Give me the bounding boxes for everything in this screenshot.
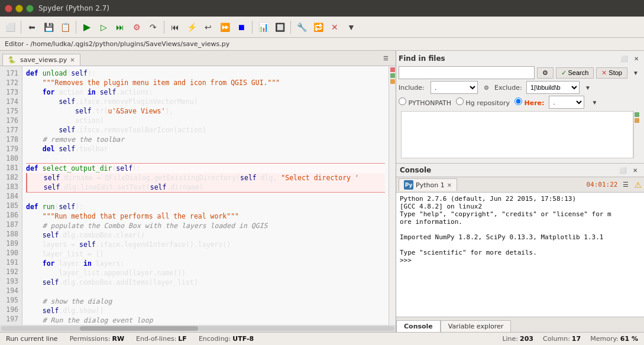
permissions-value: RW: [112, 335, 124, 343]
line-label: Line:: [502, 335, 518, 343]
radio-here[interactable]: [514, 97, 522, 105]
run-btn[interactable]: ▶: [79, 19, 95, 35]
new-file-btn[interactable]: ⬜: [2, 19, 18, 35]
close-button[interactable]: [5, 5, 12, 12]
line-num-197: 197: [4, 314, 18, 324]
find-panel-icons: ⬜ ✕: [619, 53, 642, 64]
code-line-195: # show the dialog: [26, 297, 385, 306]
console-tabs-right: 04:01:22 ☰ ⚠: [586, 179, 644, 191]
prev-btn[interactable]: ⏮: [167, 19, 183, 35]
profile-btn[interactable]: 📊: [255, 19, 271, 35]
find-include-row: Include: . ⚙ Exclude: 1|\bbuild\b ▼: [399, 81, 642, 94]
maximize-button[interactable]: [26, 5, 34, 12]
find-close-btn[interactable]: ✕: [631, 53, 642, 64]
inspect-btn[interactable]: 🔲: [272, 19, 287, 35]
include-btn[interactable]: ⚙: [480, 82, 492, 93]
find-search-btn[interactable]: ✓ Search: [556, 67, 594, 79]
console-line-6: Imported NumPy 1.8.2, SciPy 0.13.3, Matp…: [400, 233, 640, 241]
editor-hscrollbar[interactable]: [0, 325, 396, 332]
find-options-btn[interactable]: ⚙: [537, 67, 554, 79]
include-select[interactable]: .: [431, 81, 478, 94]
find-menu-btn[interactable]: ▼: [630, 67, 642, 79]
code-line-182: self.dirname = QFileDialog.getExistingDi…: [26, 173, 385, 183]
find-search-input[interactable]: [399, 66, 535, 79]
code-line-180: [26, 154, 385, 163]
console-close-btn[interactable]: ✕: [630, 165, 640, 175]
console-header: Console ⬜ ✕: [396, 164, 644, 177]
console-tab-label: Python 1: [416, 181, 445, 189]
line-num-180: 180: [4, 154, 18, 163]
console-content[interactable]: Python 2.7.6 (default, Jun 22 2015, 17:5…: [396, 193, 644, 317]
tab-variable-explorer[interactable]: Variable explorer: [441, 320, 511, 332]
settings-btn[interactable]: 🔧: [294, 19, 309, 35]
save-btn[interactable]: 💾: [41, 19, 56, 35]
save-as-btn[interactable]: 📋: [57, 19, 73, 35]
here-expand-btn[interactable]: ▼: [589, 97, 600, 108]
console-title: Console: [400, 166, 431, 174]
console-tab-close[interactable]: ✕: [447, 182, 452, 188]
more1-btn[interactable]: 🔁: [310, 19, 326, 35]
editor-menu-btn[interactable]: ☰: [378, 50, 393, 66]
radio-pythonpath[interactable]: [399, 97, 406, 105]
code-line-179: del self.toolbar: [26, 144, 385, 154]
line-num-171: 171: [4, 69, 18, 78]
line-num-190: 190: [4, 248, 18, 258]
here-select[interactable]: . ↑: [549, 96, 584, 109]
eol-item: End-of-lines: LF: [136, 335, 187, 343]
find-undock-btn[interactable]: ⬜: [619, 53, 629, 64]
continue-btn[interactable]: ⏩: [217, 19, 232, 35]
stop-exec-btn[interactable]: ⏹: [234, 19, 249, 35]
column-item: Column: 17: [543, 335, 581, 343]
next-btn[interactable]: ↩: [200, 19, 216, 35]
console-undock-btn[interactable]: ⬜: [617, 165, 628, 175]
find-panel: Find in files ⬜ ✕ ⚙ ✓ Search ✕ Stop: [396, 51, 644, 164]
more2-btn[interactable]: ▼: [344, 19, 359, 35]
exec-btn[interactable]: ⚡: [184, 19, 199, 35]
line-num-184: 184: [4, 191, 18, 201]
exclude-btn[interactable]: ▼: [582, 82, 594, 93]
line-num-178: 178: [4, 135, 18, 144]
find-marker-1: [635, 112, 639, 117]
run-next-btn[interactable]: ⏭: [112, 19, 128, 35]
editor-tab-close[interactable]: ✕: [70, 57, 75, 63]
editor-tab-save-views[interactable]: 🐍 save_views.py ✕: [2, 54, 80, 66]
radio-hg[interactable]: [456, 97, 464, 105]
include-label: Include:: [399, 84, 428, 92]
console-menu-btn[interactable]: ☰: [620, 179, 632, 191]
code-line-187: # populate the Combo Box with the layers…: [26, 221, 385, 230]
exclude-select[interactable]: 1|\bbuild\b: [526, 81, 580, 94]
radio-pythonpath-label: PYTHONPATH: [399, 97, 451, 107]
titlebar: Spyder (Python 2.7): [0, 0, 644, 17]
line-num-192: 192: [4, 267, 18, 276]
code-line-194: [26, 287, 385, 297]
line-num-185: 185: [4, 201, 18, 210]
console-line-1: Python 2.7.6 (default, Jun 22 2015, 17:5…: [400, 195, 640, 203]
code-container: 171 172 173 174 175 176 177 178 179 180 …: [0, 66, 396, 325]
line-num-194: 194: [4, 286, 18, 295]
line-num-177: 177: [4, 125, 18, 135]
console-tab-python1[interactable]: Py Python 1 ✕: [399, 178, 457, 191]
run-current-line-label: Run current line: [6, 335, 58, 343]
editor-tab-label: save_views.py: [20, 56, 67, 64]
python-file-icon: 🐍: [8, 56, 16, 64]
close-btn2[interactable]: ✕: [327, 19, 342, 35]
radio-here-text: Here:: [524, 99, 544, 107]
code-line-178: # remove the toolbar: [26, 135, 385, 144]
main-area: 🐍 save_views.py ✕ ☰ 171 172 173 174 175 …: [0, 51, 644, 332]
exclude-label: Exclude:: [494, 84, 524, 92]
tab-console[interactable]: Console: [396, 320, 441, 332]
back-btn[interactable]: ⬅: [24, 19, 40, 35]
editor-hscrollbar-track: [1, 326, 394, 331]
code-line-191: for layer in layers:: [26, 259, 385, 268]
code-editor[interactable]: def unload(self): """Removes the plugin …: [22, 66, 389, 325]
encoding-item: Encoding: UTF-8: [199, 335, 254, 343]
run-cell-btn[interactable]: ▷: [96, 19, 111, 35]
find-radio-row: PYTHONPATH Hg repository Here: . ↑ ▼: [399, 96, 642, 109]
line-num-175: 175: [4, 106, 18, 116]
code-line-177: self.iface.removeToolBarIcon(action): [26, 125, 385, 135]
debug-step-btn[interactable]: ↷: [145, 19, 161, 35]
find-stop-btn[interactable]: ✕ Stop: [596, 67, 627, 79]
minimize-button[interactable]: [15, 5, 23, 12]
line-num-181: 181: [4, 163, 18, 172]
debug-btn[interactable]: ⚙: [129, 19, 144, 35]
